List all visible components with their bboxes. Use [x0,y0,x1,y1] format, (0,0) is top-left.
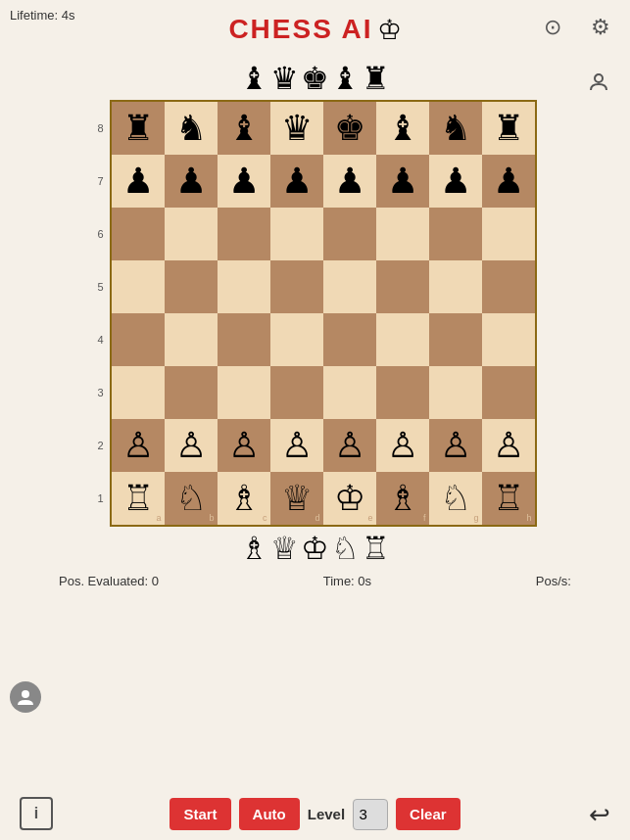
info-button[interactable]: i [20,797,53,830]
square-g4[interactable] [429,313,482,366]
user-avatar[interactable] [10,681,41,713]
square-b7[interactable]: ♟ [165,155,218,208]
square-g6[interactable] [429,208,482,260]
square-e5[interactable] [323,260,376,313]
auto-button[interactable]: Auto [239,798,300,830]
square-b4[interactable] [165,313,218,366]
square-h1[interactable]: ♖ h [482,472,535,525]
square-c2[interactable]: ♙ [218,419,270,472]
square-d6[interactable] [270,208,323,260]
board-container: 8 7 6 5 4 3 2 1 ♜ ♞ ♝ ♛ ♚ ♝ ♞ ♜ ♟ ♟ [0,100,630,527]
profile-button[interactable] [587,70,610,100]
square-a1[interactable]: ♖ a [112,472,165,525]
square-b3[interactable] [165,366,218,419]
square-g1[interactable]: ♘ g [429,472,482,525]
square-a7[interactable]: ♟ [112,155,165,208]
square-h4[interactable] [482,313,535,366]
piece: ♘ [175,478,207,519]
captured-piece: ♗ [240,530,268,567]
pos-per-sec: Pos/s: [536,574,571,588]
square-f8[interactable]: ♝ [376,102,429,155]
piece: ♞ [175,108,207,149]
rank-5: 5 [94,260,108,313]
app-title: CHESS AI [228,14,372,45]
square-b1[interactable]: ♘ b [165,472,218,525]
piece: ♟ [281,161,313,202]
square-a2[interactable]: ♙ [112,419,165,472]
square-d5[interactable] [270,260,323,313]
square-c5[interactable] [218,260,270,313]
piece: ♖ [122,478,154,519]
piece: ♟ [334,161,365,202]
square-c1[interactable]: ♗ c [218,472,270,525]
piece: ♗ [387,478,418,519]
square-f6[interactable] [376,208,429,260]
square-a3[interactable] [112,366,165,419]
square-e2[interactable]: ♙ [323,419,376,472]
rank-8: 8 [94,102,108,155]
piece: ♙ [440,425,471,466]
square-h6[interactable] [482,208,535,260]
level-label: Level [308,806,345,822]
square-b8[interactable]: ♞ [165,102,218,155]
square-f2[interactable]: ♙ [376,419,429,472]
piece: ♟ [122,161,154,202]
piece: ♟ [387,161,418,202]
piece: ♟ [175,161,207,202]
square-c6[interactable] [218,208,270,260]
piece: ♝ [387,108,418,149]
square-f1[interactable]: ♗ f [376,472,429,525]
square-e4[interactable] [323,313,376,366]
captured-piece: ♚ [301,60,329,97]
square-f7[interactable]: ♟ [376,155,429,208]
captured-piece: ♘ [331,530,360,567]
chess-board[interactable]: ♜ ♞ ♝ ♛ ♚ ♝ ♞ ♜ ♟ ♟ ♟ ♟ ♟ ♟ ♟ ♟ [110,100,537,527]
square-c8[interactable]: ♝ [218,102,270,155]
rank-6: 6 [94,208,108,260]
time-label: Time: 0s [323,574,371,588]
square-a5[interactable] [112,260,165,313]
settings-button[interactable]: ⚙ [591,15,610,40]
square-a6[interactable] [112,208,165,260]
square-h8[interactable]: ♜ [482,102,535,155]
square-b2[interactable]: ♙ [165,419,218,472]
piece: ♟ [228,161,260,202]
square-c4[interactable] [218,313,270,366]
square-d7[interactable]: ♟ [270,155,323,208]
square-h7[interactable]: ♟ [482,155,535,208]
clear-button[interactable]: Clear [396,798,460,830]
square-e1[interactable]: ♔ e [323,472,376,525]
square-g3[interactable] [429,366,482,419]
square-f5[interactable] [376,260,429,313]
square-d2[interactable]: ♙ [270,419,323,472]
square-a8[interactable]: ♜ [112,102,165,155]
square-d3[interactable] [270,366,323,419]
piece: ♙ [228,425,260,466]
square-h2[interactable]: ♙ [482,419,535,472]
square-c3[interactable] [218,366,270,419]
piece: ♙ [493,425,524,466]
square-b5[interactable] [165,260,218,313]
square-a4[interactable] [112,313,165,366]
square-g7[interactable]: ♟ [429,155,482,208]
level-input[interactable] [353,799,388,830]
square-g5[interactable] [429,260,482,313]
start-button[interactable]: Start [170,798,230,830]
square-d1[interactable]: ♕ d [270,472,323,525]
square-e3[interactable] [323,366,376,419]
square-c7[interactable]: ♟ [218,155,270,208]
square-d8[interactable]: ♛ [270,102,323,155]
square-e7[interactable]: ♟ [323,155,376,208]
back-button[interactable]: ↩ [589,800,610,830]
square-f4[interactable] [376,313,429,366]
square-e6[interactable] [323,208,376,260]
square-d4[interactable] [270,313,323,366]
square-e8[interactable]: ♚ [323,102,376,155]
square-h3[interactable] [482,366,535,419]
share-button[interactable]: ⊙ [544,15,561,40]
square-b6[interactable] [165,208,218,260]
square-g2[interactable]: ♙ [429,419,482,472]
square-g8[interactable]: ♞ [429,102,482,155]
square-f3[interactable] [376,366,429,419]
square-h5[interactable] [482,260,535,313]
